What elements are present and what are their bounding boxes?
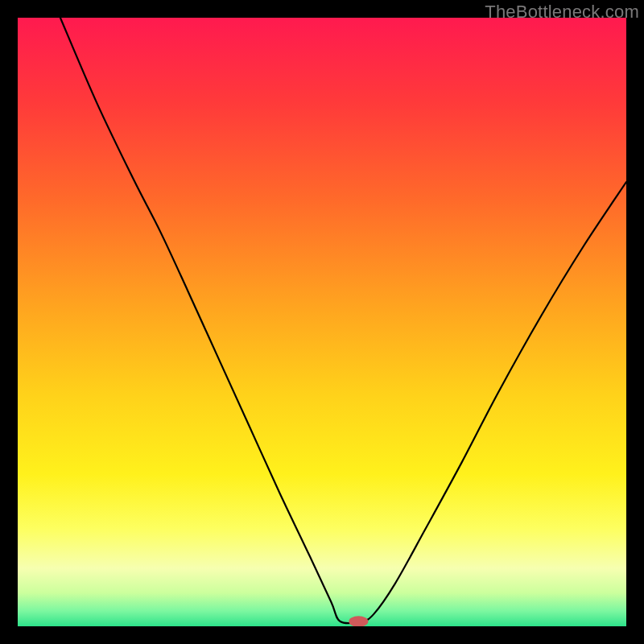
chart-svg (18, 18, 626, 626)
plot-area (18, 18, 626, 626)
chart-frame: TheBottleneck.com (0, 0, 644, 644)
gradient-background (18, 18, 626, 626)
watermark-label: TheBottleneck.com (485, 2, 639, 23)
